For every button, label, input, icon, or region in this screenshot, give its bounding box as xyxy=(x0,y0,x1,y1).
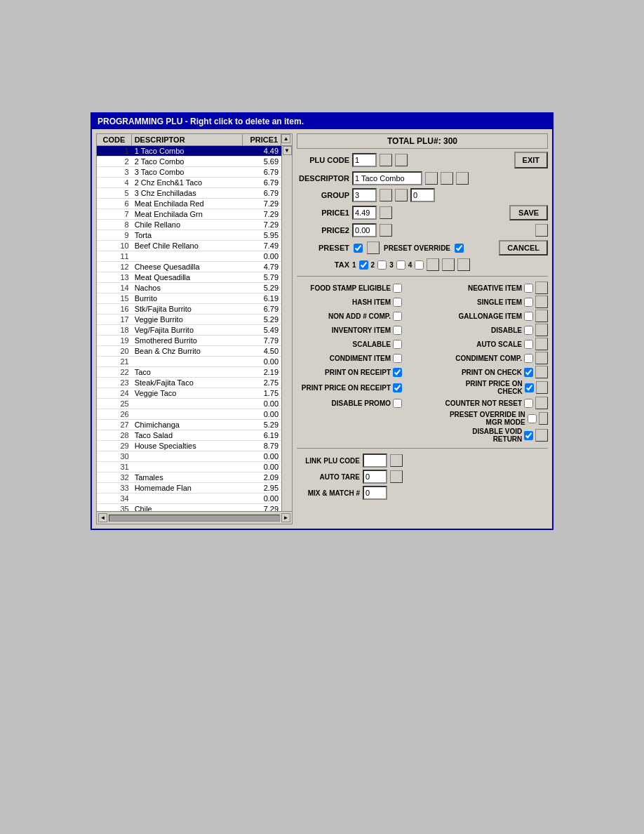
tax-3-checkbox[interactable] xyxy=(396,260,405,270)
preset-override-checkbox[interactable] xyxy=(455,244,464,253)
disable-btn[interactable] xyxy=(535,324,548,336)
table-row[interactable]: 17 Veggie Burrito 5.29 xyxy=(97,315,281,325)
scroll-down-btn[interactable]: ▼ xyxy=(283,146,292,155)
print-check-checkbox[interactable] xyxy=(524,368,533,377)
auto-tare-input[interactable] xyxy=(363,470,387,484)
plu-code-btn1[interactable] xyxy=(380,154,392,166)
table-row[interactable]: 8 Chile Rellano 7.29 xyxy=(97,220,281,230)
price-check-checkbox[interactable] xyxy=(525,383,534,392)
scalable-checkbox[interactable] xyxy=(393,340,402,349)
table-row[interactable]: 7 Meat Enchilada Grn 7.29 xyxy=(97,209,281,220)
hscroll-track[interactable] xyxy=(109,515,280,522)
hscroll-left-btn[interactable]: ◄ xyxy=(98,513,107,522)
table-row[interactable]: 2 2 Taco Combo 5.69 xyxy=(97,157,281,167)
table-row[interactable]: 13 Meat Quesadilla 5.79 xyxy=(97,272,281,283)
table-row[interactable]: 22 Taco 2.19 xyxy=(97,367,281,378)
table-row[interactable]: 1 1 Taco Combo 4.49 xyxy=(97,146,281,157)
price-check-btn[interactable] xyxy=(536,381,548,394)
nonadd-checkbox[interactable] xyxy=(393,312,402,321)
table-row[interactable]: 11 0.00 xyxy=(97,251,281,262)
auto-tare-btn[interactable] xyxy=(390,470,403,483)
table-row[interactable]: 6 Meat Enchilada Red 7.29 xyxy=(97,199,281,209)
counter-reset-btn[interactable] xyxy=(535,397,548,409)
table-row[interactable]: 29 House Specialties 8.79 xyxy=(97,441,281,451)
desc-btn3[interactable] xyxy=(456,172,469,185)
hscroll-right-btn[interactable]: ► xyxy=(281,513,290,522)
food-stamp-checkbox[interactable] xyxy=(393,284,402,293)
preset-mgr-checkbox[interactable] xyxy=(528,414,537,423)
hash-checkbox[interactable] xyxy=(393,298,402,307)
tax-btn1[interactable] xyxy=(427,258,439,271)
table-row[interactable]: 20 Bean & Chz Burrito 4.50 xyxy=(97,346,281,357)
price1-btn1[interactable] xyxy=(380,206,392,219)
price2-input[interactable] xyxy=(352,223,377,237)
table-row[interactable]: 9 Torta 5.95 xyxy=(97,230,281,241)
descriptor-input[interactable] xyxy=(352,171,422,185)
table-row[interactable]: 21 0.00 xyxy=(97,357,281,367)
plu-code-btn2[interactable] xyxy=(395,154,408,166)
table-row[interactable]: 12 Cheese Quesadilla 4.79 xyxy=(97,262,281,272)
group-btn1[interactable] xyxy=(380,189,392,201)
tax-2-checkbox[interactable] xyxy=(377,260,387,270)
group-btn2[interactable] xyxy=(395,189,408,201)
tax-btn2[interactable] xyxy=(442,258,455,271)
table-row[interactable]: 19 Smothered Burrito 7.79 xyxy=(97,336,281,346)
disable-void-btn[interactable] xyxy=(535,429,548,442)
table-row[interactable]: 27 Chimichanga 5.29 xyxy=(97,420,281,430)
negative-btn[interactable] xyxy=(535,282,548,294)
preset-btn[interactable] xyxy=(367,241,380,254)
table-row[interactable]: 34 0.00 xyxy=(97,494,281,504)
table-row[interactable]: 16 Stk/Fajita Burrito 6.79 xyxy=(97,304,281,315)
single-checkbox[interactable] xyxy=(524,298,533,307)
link-plu-btn[interactable] xyxy=(390,454,403,467)
gallonage-checkbox[interactable] xyxy=(524,312,533,321)
table-row[interactable]: 10 Beef Chile Rellano 7.49 xyxy=(97,241,281,251)
tax-1-checkbox[interactable] xyxy=(359,260,368,270)
cancel-button[interactable]: CANCEL xyxy=(499,240,548,256)
table-row[interactable]: 5 3 Chz Enchilladas 6.79 xyxy=(97,188,281,199)
price1-input[interactable] xyxy=(352,206,377,220)
inventory-checkbox[interactable] xyxy=(393,326,402,335)
table-row[interactable]: 31 0.00 xyxy=(97,462,281,472)
gallonage-btn[interactable] xyxy=(535,310,548,322)
tax-btn3[interactable] xyxy=(457,258,470,271)
table-row[interactable]: 24 Veggie Taco 1.75 xyxy=(97,388,281,399)
print-receipt-checkbox[interactable] xyxy=(393,368,402,377)
table-row[interactable]: 25 0.00 xyxy=(97,399,281,409)
table-row[interactable]: 23 Steak/Fajita Taco 2.75 xyxy=(97,378,281,388)
single-btn[interactable] xyxy=(535,296,548,308)
mix-match-input[interactable] xyxy=(363,486,387,500)
condiment-checkbox[interactable] xyxy=(393,354,402,363)
disable-void-checkbox[interactable] xyxy=(524,431,533,440)
table-row[interactable]: 18 Veg/Fajita Burrito 5.49 xyxy=(97,325,281,336)
table-row[interactable]: 28 Taco Salad 6.19 xyxy=(97,430,281,441)
autoscale-btn[interactable] xyxy=(535,338,548,350)
preset-mgr-btn[interactable] xyxy=(539,412,548,425)
table-row[interactable]: 30 0.00 xyxy=(97,451,281,462)
table-row[interactable]: 15 Burrito 6.19 xyxy=(97,293,281,304)
scroll-up-btn[interactable]: ▲ xyxy=(281,134,290,143)
counter-reset-checkbox[interactable] xyxy=(524,399,533,408)
link-plu-input[interactable] xyxy=(363,454,387,468)
group-input[interactable] xyxy=(352,188,377,202)
preset-checkbox[interactable] xyxy=(354,244,363,253)
disable-checkbox[interactable] xyxy=(524,326,533,335)
desc-btn1[interactable] xyxy=(425,172,438,185)
condiment-comp-checkbox[interactable] xyxy=(524,354,533,363)
save-button[interactable]: SAVE xyxy=(509,205,548,220)
price2-btn2[interactable] xyxy=(535,224,548,237)
table-row[interactable]: 26 0.00 xyxy=(97,409,281,420)
scrollbar[interactable]: ▼ xyxy=(281,146,292,511)
group-input2[interactable] xyxy=(410,188,435,202)
autoscale-checkbox[interactable] xyxy=(524,340,533,349)
desc-btn2[interactable] xyxy=(441,172,453,185)
table-row[interactable]: 3 3 Taco Combo 6.79 xyxy=(97,167,281,178)
plu-code-input[interactable] xyxy=(352,153,377,167)
disable-promo-checkbox[interactable] xyxy=(393,399,402,408)
table-row[interactable]: 4 2 Chz Ench&1 Taco 6.79 xyxy=(97,178,281,188)
table-row[interactable]: 33 Homemade Flan 2.95 xyxy=(97,483,281,494)
negative-checkbox[interactable] xyxy=(524,284,533,293)
tax-4-checkbox[interactable] xyxy=(415,260,424,270)
table-row[interactable]: 32 Tamales 2.09 xyxy=(97,472,281,483)
print-check-btn[interactable] xyxy=(535,366,548,378)
